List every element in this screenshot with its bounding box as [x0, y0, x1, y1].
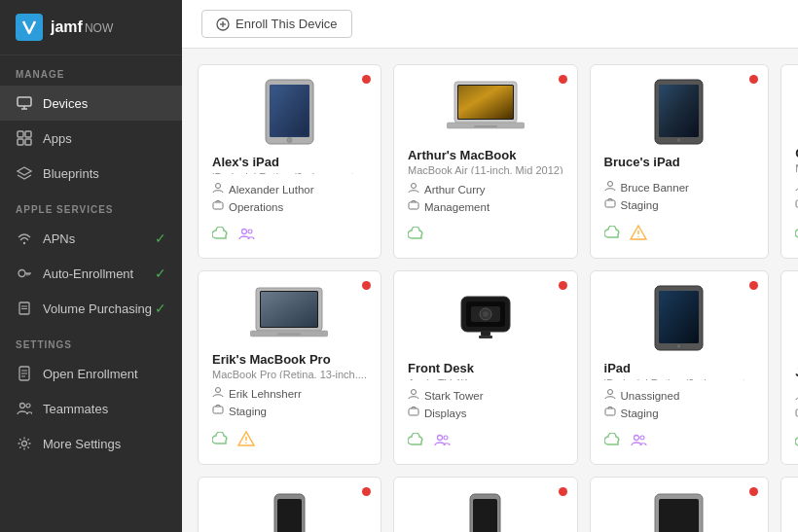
svg-rect-82	[659, 291, 699, 343]
svg-rect-5	[25, 131, 31, 137]
svg-rect-85	[605, 408, 615, 415]
apns-check-icon: ✓	[155, 231, 166, 246]
device-card-row3-3[interactable]	[590, 477, 770, 532]
svg-point-76	[411, 390, 416, 395]
device-name: Bruce's iPad	[604, 155, 755, 169]
sidebar-item-open-enrollment[interactable]: Open Enrollment	[0, 356, 182, 391]
svg-point-35	[248, 230, 252, 233]
cloud-action-icon	[212, 432, 230, 449]
svg-point-65	[216, 388, 221, 393]
section-settings: SETTINGS	[0, 326, 182, 356]
device-card-ipad[interactable]: iPad iPad mini Retina (2nd generat... Un…	[590, 270, 770, 465]
grid-icon	[16, 129, 33, 147]
svg-point-9	[23, 242, 25, 244]
device-image	[408, 491, 563, 532]
svg-marker-8	[18, 167, 31, 175]
group-icon	[408, 406, 419, 420]
status-dot	[559, 487, 567, 496]
sidebar-item-apps[interactable]: Apps	[0, 121, 182, 156]
svg-rect-45	[659, 85, 699, 137]
sidebar-label-apns: APNs	[43, 231, 75, 246]
device-image	[604, 79, 755, 145]
cloud-action-icon	[408, 227, 425, 244]
sidebar-item-teammates[interactable]: Teammates	[0, 391, 182, 426]
device-name: iPad	[604, 361, 755, 375]
gear-icon	[16, 435, 33, 452]
person-icon	[212, 386, 224, 401]
sidebar-item-auto-enrollment[interactable]: Auto-Enrollment ✓	[0, 256, 182, 291]
svg-point-87	[640, 436, 644, 440]
warning-action-icon	[237, 431, 255, 450]
device-model: iPad mini Retina (2nd generat...	[212, 171, 367, 174]
device-image	[604, 285, 755, 351]
key-icon	[16, 265, 33, 282]
device-card-row3-2[interactable]	[393, 477, 578, 532]
device-actions	[604, 433, 755, 450]
sidebar-label-devices: Devices	[43, 96, 88, 111]
svg-rect-29	[270, 85, 309, 137]
device-card-clarks-macbook[interactable]: Clark's MacBoo MacBook Air (13-in... Cla…	[780, 64, 798, 259]
svg-point-30	[287, 138, 292, 143]
volume-purchasing-check-icon: ✓	[155, 301, 166, 316]
svg-rect-64	[277, 333, 301, 335]
sidebar-item-devices[interactable]: Devices	[0, 86, 182, 121]
device-card-alexs-ipad[interactable]: Alex's iPad iPad mini Retina (2nd genera…	[198, 64, 381, 259]
svg-point-34	[242, 230, 247, 234]
section-apple-services: APPLE SERVICES	[0, 191, 182, 221]
status-dot	[362, 75, 371, 84]
device-card-row3-1[interactable]	[198, 477, 381, 532]
svg-point-79	[444, 436, 448, 440]
device-card-arthurs-macbook[interactable]: Arthur's MacBook MacBook Air (11-inch, M…	[393, 64, 578, 259]
device-image	[408, 285, 563, 351]
section-manage: MANAGE	[0, 55, 182, 86]
svg-point-10	[18, 270, 25, 277]
sidebar-item-apns[interactable]: APNs ✓	[0, 221, 182, 256]
sidebar-label-teammates: Teammates	[43, 402, 108, 416]
device-grid: Alex's iPad iPad mini Retina (2nd genera…	[182, 49, 798, 532]
sidebar-label-volume-purchasing: Volume Purchasing	[43, 301, 152, 316]
device-name: Front Desk	[408, 361, 563, 375]
person-icon	[212, 182, 224, 196]
status-dot	[559, 281, 567, 290]
svg-rect-75	[479, 336, 492, 338]
group-icon	[212, 404, 224, 418]
sidebar-item-more-settings[interactable]: More Settings	[0, 426, 182, 461]
person-icon	[408, 182, 419, 196]
device-card-jeans-imac[interactable]: Jean's iMac iMac (21.5-inch, Mi... Jean …	[780, 270, 798, 465]
person-icon	[408, 388, 419, 403]
person2-icon	[16, 400, 33, 417]
svg-rect-33	[213, 202, 223, 209]
status-dot	[362, 487, 371, 496]
svg-rect-77	[409, 408, 418, 415]
cloud-action-icon	[604, 226, 622, 243]
sidebar-item-blueprints[interactable]: Blueprints	[0, 156, 182, 191]
monitor-icon	[16, 94, 33, 112]
sidebar-logo: jamfNOW	[0, 0, 182, 55]
svg-rect-48	[605, 200, 615, 207]
person-icon	[604, 388, 616, 403]
device-group: Operations	[212, 199, 367, 214]
device-card-front-desk[interactable]: Front Desk Apple TV 4K Stark Tower Displ…	[393, 270, 578, 465]
svg-point-83	[676, 344, 681, 349]
svg-rect-101	[473, 499, 497, 532]
svg-rect-74	[481, 332, 490, 336]
device-card-eriks-macbookpro[interactable]: Erik's MacBook Pro MacBook Pro (Retina, …	[198, 270, 381, 465]
enroll-device-button[interactable]: Enroll This Device	[201, 10, 352, 38]
sidebar-label-apps: Apps	[43, 131, 72, 146]
device-actions	[408, 433, 563, 450]
device-card-bruces-ipad[interactable]: Bruce's iPad iPad Pro 9.7" (Wi-Fi) Bruce…	[590, 64, 770, 259]
cloud-action-icon	[212, 227, 230, 244]
cloud-action-icon	[604, 433, 622, 450]
sidebar-item-volume-purchasing[interactable]: Volume Purchasing ✓	[0, 291, 182, 326]
svg-rect-6	[18, 139, 23, 145]
device-model: MacBook Pro (Retina, 13-inch,...	[212, 369, 367, 378]
svg-rect-104	[659, 499, 699, 532]
device-name: Erik's MacBook Pro	[212, 352, 367, 367]
group-icon	[604, 197, 616, 212]
sidebar-label-auto-enrollment: Auto-Enrollment	[43, 266, 133, 281]
people-action-icon	[630, 433, 647, 450]
enroll-icon	[216, 18, 230, 31]
device-image	[212, 285, 367, 342]
device-card-row3-4[interactable]	[780, 477, 798, 532]
device-user: Stark Tower	[408, 388, 563, 403]
